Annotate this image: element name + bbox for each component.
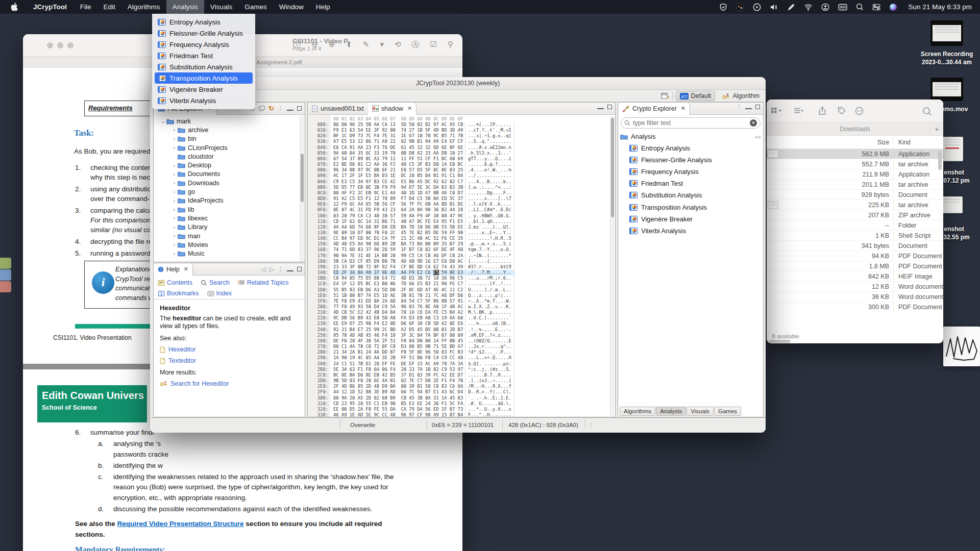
tree-item-music[interactable]: ›Music [154, 249, 305, 258]
hex-row[interactable]: 310:CD 23 95 20 55 C1 EB 90 B5 E3 EE 24 … [308, 401, 615, 407]
chevron-right-icon[interactable]: › [171, 163, 178, 168]
menu-item-substitution-analysis[interactable]: Substitution Analysis [155, 61, 253, 72]
editor-tab-shadow[interactable]: shadow✕ [368, 103, 416, 115]
tree-root[interactable]: ⌄mark [154, 117, 305, 126]
finder-row[interactable]: 928 bytesDocument [767, 190, 943, 200]
hex-row[interactable]: 330:46 A9 1E AD 5E 9C CC 48 96 97 CF 98 … [308, 412, 615, 417]
tree-item-libexec[interactable]: ›libexec [154, 214, 305, 222]
chevron-right-icon[interactable]: › [171, 233, 178, 239]
hex-row[interactable]: 1B0:C8 94 05 75 D5 88 E4 72 4D D3 3B 72 … [308, 276, 615, 281]
view-menu-icon[interactable]: ⋮ [278, 106, 283, 111]
shield-icon[interactable] [719, 3, 727, 11]
collapse-all-icon[interactable]: «» [755, 134, 761, 140]
hex-row[interactable]: 030:A7 E5 53 12 06 71 A9 22 82 9B B1 94 … [308, 139, 615, 144]
structure-link[interactable]: Required Video Presentation Structure [117, 520, 244, 528]
editor-tab-unsaved001-txt[interactable]: unsaved001.txt [308, 103, 368, 115]
finder-row[interactable]: 201.1 MBtar archive [767, 180, 943, 190]
tree-item-bin[interactable]: ›bin [154, 135, 305, 143]
close-icon[interactable]: ✕ [681, 105, 685, 112]
hex-row[interactable]: 1D0:55 B5 83 EB D6 A3 5D D8 2F 0C 6D A7 … [308, 287, 615, 293]
filter-field[interactable]: ✕ [621, 117, 761, 129]
menu-item-friedman-test[interactable]: Friedman Test [155, 50, 253, 61]
menubar-item-window[interactable]: Window [273, 0, 310, 14]
maximize-icon[interactable] [607, 105, 612, 109]
finder-row[interactable]: 12 KBWord document [767, 282, 943, 292]
minimize-button[interactable] [57, 42, 63, 48]
perspective-algorithm-button[interactable]: Algorithm [718, 91, 763, 101]
hex-row[interactable]: 300:60 9A 20 A5 2D 02 68 B9 CB 45 3B 0A … [308, 395, 615, 401]
forward-icon[interactable]: ▷ [269, 265, 274, 273]
back-icon[interactable]: ◁ [261, 265, 266, 273]
file-tree-scrollbar[interactable] [300, 115, 304, 262]
hex-row[interactable]: 230:EE E9 D7 25 90 F4 E2 0D D6 6F 38 CB … [308, 321, 615, 327]
hex-row[interactable]: 0A0:C9 E3 C5 34 97 B3 CE 42 E5 B6 A5 DC … [308, 179, 615, 185]
hex-row[interactable]: 050:9A 68 04 35 6C 33 19 78 0B D8 A2 33 … [308, 151, 615, 156]
chevron-right-icon[interactable]: › [171, 127, 178, 133]
finder-row[interactable]: 842 KBHEIF Image [767, 271, 943, 282]
markup-icon[interactable]: ✎ [363, 40, 370, 49]
minimize-icon[interactable] [597, 108, 604, 109]
finder-row[interactable]: --Folder [767, 220, 943, 231]
hex-row[interactable]: 0D0:91 A2 C5 E5 F1 12 78 89 F7 D4 C5 5B … [308, 196, 615, 202]
finder-tab-bar[interactable]: Downloads + [767, 122, 943, 136]
maximize-icon[interactable] [297, 267, 302, 271]
hex-row[interactable]: 0E0:12 F9 6C A4 65 5B 56 CF 56 7F FC 6B … [308, 202, 615, 207]
info-icon[interactable]: ⓘ [293, 40, 301, 49]
zoom-out-icon[interactable]: ⊖ [311, 40, 318, 49]
crypto-item-entropy-analysis[interactable]: Entropy Analysis [620, 142, 761, 154]
maximize-icon[interactable] [297, 106, 302, 111]
rotate-icon[interactable]: ⟲ [395, 40, 401, 49]
chevron-right-icon[interactable]: › [171, 145, 178, 151]
search-icon[interactable]: ⚲ [448, 40, 453, 49]
finder-horizontal-scrollbar[interactable] [769, 340, 790, 343]
hex-editor[interactable]: 00 01 02 03 04 05 06 07 08 09 0A 0B 0C 0… [308, 115, 615, 417]
highlight-icon[interactable]: Ⓐ [412, 40, 420, 49]
finder-row[interactable]: 1.8 MBPDF Document [767, 261, 943, 271]
tree-item-documents[interactable]: ›Documents [154, 170, 305, 179]
more-icon[interactable] [855, 107, 864, 115]
help-search-link[interactable]: Search for Hexeditor [160, 380, 301, 387]
crypto-explorer-tab[interactable]: Crypto Explorer ✕ [618, 103, 690, 115]
desktop-swatch-blue[interactable] [0, 269, 11, 281]
desktop-swatch-red[interactable] [0, 281, 11, 292]
tree-item-cloudstor[interactable]: cloudstor [154, 152, 305, 161]
tree-item-go[interactable]: ›go [154, 187, 305, 196]
hex-row[interactable]: 2D0:9B 5D 03 F8 28 6E 4A B1 02 7E C7 D8 … [308, 378, 615, 384]
menubar-item-visuals[interactable]: Visuals [204, 0, 238, 14]
chevron-right-icon[interactable]: › [171, 189, 178, 195]
hex-row[interactable]: 2E0:2F 4D B6 85 2D 48 D9 BA 00 39 B1 58 … [308, 384, 615, 389]
hex-row[interactable]: 1E0:51 1B 00 B7 7A E5 1D AE 3B 81 70 21 … [308, 293, 615, 298]
finder-row[interactable]: 552.7 MBtar archive [767, 159, 943, 169]
zoom-button[interactable] [67, 42, 74, 48]
hex-row[interactable]: 150:AD 40 E5 AA 98 6D 89 2B BA 73 BA B0 … [308, 241, 615, 247]
desktop-icon-screenshot-1[interactable] [943, 137, 963, 161]
menubar-item-file[interactable]: File [74, 0, 97, 14]
tree-item-lib[interactable]: ›lib [154, 205, 305, 214]
menu-item-fleissner-grille-analysis[interactable]: Fleissner-Grille Analysis [155, 28, 253, 39]
help-link-hexeditor[interactable]: Hexeditor [160, 346, 301, 353]
desktop-icon-screen-recording-label[interactable]: Screen Recording2023-0...30.44 am [914, 50, 980, 66]
chevron-right-icon[interactable]: › [171, 198, 178, 204]
minimize-icon[interactable] [287, 109, 293, 111]
scribble-image[interactable] [943, 327, 980, 366]
hex-row[interactable]: 0C0:80 AF F2 2C EB 9C E1 44 40 1D 1D A7 … [308, 190, 615, 196]
finder-row[interactable]: 94 KBPDF Document [767, 251, 943, 261]
hex-row[interactable]: 2B0:5E 3A 63 F1 F0 6A 06 F4 28 23 7A 1B … [308, 367, 615, 372]
menubar-item-analysis[interactable]: Analysis [166, 0, 204, 14]
hex-row[interactable]: 170:90 9A 7E 31 4E 1A BB 28 99 C5 CA CB … [308, 253, 615, 259]
appdots-icon[interactable] [736, 3, 744, 11]
pencilslash-icon[interactable] [787, 3, 795, 11]
menubar-item-games[interactable]: Games [238, 0, 273, 14]
hex-row[interactable]: 2A0:24 C1 51 7B D1 20 EF FE DE EF 15 AC … [308, 361, 615, 367]
desktop-swatch-green[interactable] [0, 258, 11, 269]
category-tab-games[interactable]: Games [714, 407, 741, 416]
hex-scrollbar[interactable] [610, 116, 615, 416]
column-size[interactable]: Size [767, 136, 889, 148]
chevron-right-icon[interactable]: › [171, 224, 178, 230]
hex-row[interactable]: 290:1A 90 19 4C 05 A4 3E 2B FF 51 B0 F8 … [308, 355, 615, 361]
chevron-down-icon[interactable]: ▾ [380, 40, 384, 49]
minimize-icon[interactable] [745, 108, 752, 109]
hex-row[interactable]: 070:E2 BE D6 81 C2 AA 36 F2 40 C5 3F B3 … [308, 162, 615, 167]
viewlist-icon[interactable] [793, 107, 803, 114]
new-tab-button[interactable]: + [930, 122, 943, 136]
